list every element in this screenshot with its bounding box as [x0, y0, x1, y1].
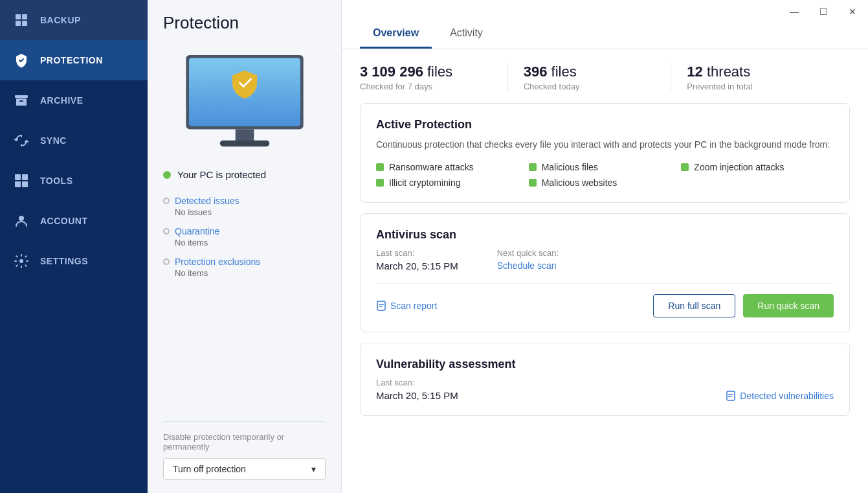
features-grid: Ransomware attacks Malicious files Zoom …	[376, 162, 834, 188]
svg-rect-4	[15, 95, 28, 98]
sidebar-label-archive: ARCHIVE	[40, 95, 83, 106]
last-scan-col: Last scan: March 20, 5:15 PM	[376, 248, 458, 271]
issues-section: Detected issues No issues Quarantine No …	[163, 196, 326, 287]
tab-overview[interactable]: Overview	[360, 18, 432, 49]
sidebar-item-account[interactable]: ACCOUNT	[0, 201, 148, 241]
detected-issues-link[interactable]: Detected issues	[163, 196, 326, 206]
sidebar-item-settings[interactable]: SETTINGS	[0, 241, 148, 281]
feature-label-4: Illicit cryptomining	[389, 178, 460, 188]
tab-activity[interactable]: Activity	[437, 18, 496, 49]
sidebar-label-tools: TOOLS	[40, 176, 72, 186]
run-full-scan-button[interactable]: Run full scan	[653, 294, 735, 317]
vuln-last-scan-label: Last scan:	[376, 378, 458, 387]
svg-rect-22	[728, 394, 733, 395]
stat-label-2: Checked today	[524, 82, 656, 91]
svg-rect-5	[16, 98, 27, 106]
feature-label-5: Malicious websites	[542, 178, 618, 188]
title-bar: — ☐ ✕	[342, 0, 868, 18]
sidebar-item-sync[interactable]: SYNC	[0, 120, 148, 161]
svg-point-11	[19, 216, 24, 221]
vulnerability-row: Last scan: March 20, 5:15 PM Detected vu…	[376, 378, 834, 401]
feature-dot-1	[376, 163, 384, 171]
protection-status: Your PC is protected	[163, 169, 326, 180]
schedule-scan-link[interactable]: Schedule scan	[497, 260, 559, 271]
feature-label-3: Zoom injection attacks	[694, 162, 784, 172]
stat-threats: 12 threats Prevented in total	[687, 63, 834, 91]
report-icon	[376, 301, 386, 311]
chevron-down-icon: ▾	[311, 464, 316, 474]
sidebar-label-protection: PROTECTION	[40, 55, 103, 65]
svg-rect-9	[15, 181, 21, 187]
tools-icon	[13, 172, 30, 189]
svg-rect-8	[22, 174, 28, 180]
sidebar: BACKUP PROTECTION ARCHIVE	[0, 0, 148, 493]
last-scan-value: March 20, 5:15 PM	[376, 260, 458, 271]
active-protection-title: Active Protection	[376, 118, 834, 132]
svg-rect-2	[16, 21, 21, 26]
detected-vulnerabilities-link[interactable]: Detected vulnerabilities	[726, 391, 834, 401]
protection-icon	[13, 52, 30, 69]
svg-rect-7	[15, 174, 21, 180]
svg-rect-16	[235, 129, 254, 141]
feature-dot-4	[376, 179, 384, 187]
sidebar-label-backup: BACKUP	[40, 15, 81, 25]
stat-label-1: Checked for 7 days	[360, 82, 492, 91]
sidebar-item-tools[interactable]: TOOLS	[0, 161, 148, 201]
feature-dot-5	[529, 179, 537, 187]
disable-text: Disable protection temporarily or perman…	[163, 432, 326, 452]
scan-info-row: Last scan: March 20, 5:15 PM Next quick …	[376, 248, 834, 271]
active-protection-desc: Continuous protection that checks every …	[376, 138, 834, 152]
minimize-button[interactable]: —	[786, 5, 803, 18]
maximize-button[interactable]: ☐	[816, 5, 832, 18]
stat-checked-7days: 3 109 296 files Checked for 7 days	[360, 63, 508, 91]
svg-rect-19	[379, 304, 384, 305]
scan-report-label: Scan report	[390, 301, 437, 311]
status-text: Your PC is protected	[177, 169, 266, 180]
antivirus-scan-title: Antivirus scan	[376, 228, 834, 242]
issues-circle-2	[163, 228, 170, 235]
vuln-link-label: Detected vulnerabilities	[740, 391, 834, 401]
sidebar-label-account: ACCOUNT	[40, 216, 88, 226]
page-title: Protection	[163, 13, 326, 33]
stat-label-3: Prevented in total	[687, 82, 819, 91]
quarantine-link[interactable]: Quarantine	[163, 226, 326, 236]
last-scan-label: Last scan:	[376, 248, 458, 258]
quarantine-sub: No items	[175, 238, 326, 247]
svg-point-12	[19, 259, 23, 263]
feature-dot-3	[681, 163, 689, 171]
sidebar-item-protection[interactable]: PROTECTION	[0, 40, 148, 80]
sidebar-item-archive[interactable]: ARCHIVE	[0, 80, 148, 120]
scan-actions: Scan report Run full scan Run quick scan	[376, 283, 834, 317]
sidebar-item-backup[interactable]: BACKUP	[0, 0, 148, 40]
detected-issues-sub: No issues	[175, 207, 326, 217]
svg-rect-20	[379, 306, 383, 307]
next-scan-col: Next quick scan: Schedule scan	[497, 248, 559, 271]
issues-circle-3	[163, 258, 170, 265]
feature-label-1: Ransomware attacks	[389, 162, 474, 172]
main-content: — ☐ ✕ Overview Activity 3 109 296 files …	[342, 0, 868, 493]
vuln-scan-info: Last scan: March 20, 5:15 PM	[376, 378, 458, 401]
stats-row: 3 109 296 files Checked for 7 days 396 f…	[342, 49, 868, 103]
backup-icon	[13, 12, 30, 29]
svg-rect-3	[22, 21, 27, 26]
feature-malicious-files: Malicious files	[529, 162, 682, 172]
pc-illustration	[177, 46, 313, 156]
turn-off-button[interactable]: Turn off protection ▾	[163, 458, 326, 480]
sidebar-label-sync: SYNC	[40, 135, 67, 146]
status-indicator	[163, 171, 171, 179]
account-icon	[13, 212, 30, 229]
feature-dot-2	[529, 163, 537, 171]
run-quick-scan-button[interactable]: Run quick scan	[743, 294, 834, 317]
exclusions-sub: No items	[175, 268, 326, 278]
sidebar-label-settings: SETTINGS	[40, 256, 88, 266]
vuln-report-icon	[726, 391, 736, 401]
scan-report-link[interactable]: Scan report	[376, 301, 437, 311]
detected-issues-item: Detected issues No issues	[163, 196, 326, 217]
feature-label-2: Malicious files	[542, 162, 598, 172]
vulnerability-card: Vulnerability assessment Last scan: Marc…	[360, 343, 850, 416]
cards-area: Active Protection Continuous protection …	[342, 103, 868, 493]
exclusions-link[interactable]: Protection exclusions	[163, 257, 326, 267]
close-button[interactable]: ✕	[845, 5, 860, 18]
vulnerability-title: Vulnerability assessment	[376, 358, 834, 371]
disable-section: Disable protection temporarily or perman…	[163, 421, 326, 480]
